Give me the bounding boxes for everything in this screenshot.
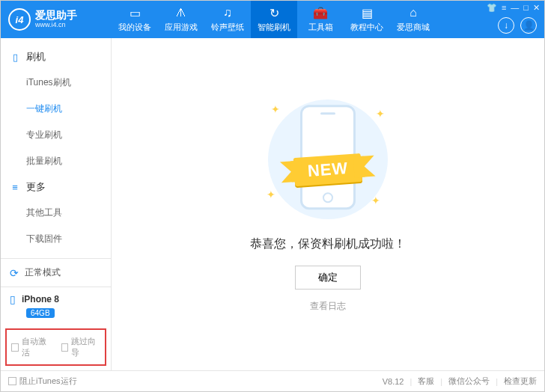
skin-icon[interactable]: 👕 (487, 3, 497, 13)
footer: 阻止iTunes运行 V8.12 | 客服 | 微信公众号 | 检查更新 (1, 370, 544, 391)
checkbox-label: 自动激活 (22, 336, 51, 358)
skip-guide-checkbox[interactable]: 跳过向导 (61, 336, 101, 358)
tab-label: 智能刷机 (258, 22, 290, 33)
music-icon: ♫ (223, 6, 232, 19)
tab-ringtones[interactable]: ♫铃声壁纸 (204, 1, 251, 38)
sparkle-icon: ✦ (376, 108, 385, 120)
support-link[interactable]: 客服 (418, 376, 434, 387)
header: i4 爱思助手 www.i4.cn ▭我的设备 ⩚应用游戏 ♫铃声壁纸 ↻智能刷… (1, 1, 544, 38)
success-illustration: ✦ ✦ ✦ ✦ NEW (253, 96, 403, 223)
tab-label: 铃声壁纸 (211, 22, 244, 33)
sidebar-item-download-fw[interactable]: 下载固件 (1, 226, 111, 252)
group-title: 更多 (26, 180, 46, 194)
sparkle-icon: ✦ (371, 195, 380, 206)
refresh-icon: ↻ (270, 6, 279, 19)
check-update-link[interactable]: 检查更新 (504, 376, 537, 387)
top-tabs: ▭我的设备 ⩚应用游戏 ♫铃声壁纸 ↻智能刷机 🧰工具箱 ▤教程中心 ⌂爱思商城 (112, 1, 436, 38)
tab-my-device[interactable]: ▭我的设备 (112, 1, 158, 38)
new-ribbon: NEW (293, 153, 363, 186)
device-mode-status[interactable]: ⟳ 正常模式 (1, 258, 111, 287)
sidebar-item-other-tools[interactable]: 其他工具 (1, 200, 111, 226)
sidebar-group-more[interactable]: ≡ 更多 (1, 174, 111, 200)
ok-button[interactable]: 确定 (295, 266, 361, 290)
tab-label: 爱思商城 (397, 22, 430, 33)
auto-activate-checkbox[interactable]: 自动激活 (11, 336, 51, 358)
sidebar-item-advanced[interactable]: 高级功能 (1, 252, 111, 258)
tab-store[interactable]: ⌂爱思商城 (390, 1, 436, 38)
phone-icon: ▯ (10, 52, 20, 63)
tab-label: 我的设备 (118, 22, 151, 33)
main-content: ✦ ✦ ✦ ✦ NEW 恭喜您，保资料刷机成功啦！ 确定 查看日志 (112, 38, 544, 370)
app-window: i4 爱思助手 www.i4.cn ▭我的设备 ⩚应用游戏 ♫铃声壁纸 ↻智能刷… (0, 0, 545, 392)
download-button[interactable]: ↓ (498, 17, 514, 34)
wechat-link[interactable]: 微信公众号 (448, 376, 490, 387)
device-info[interactable]: ▯ iPhone 8 64GB (1, 287, 111, 324)
sidebar-group-flash[interactable]: ▯ 刷机 (1, 44, 111, 70)
version-label: V8.12 (383, 377, 404, 386)
tutorial-icon: ▤ (362, 6, 373, 19)
list-icon: ≡ (10, 182, 20, 193)
block-itunes-checkbox[interactable]: 阻止iTunes运行 (8, 376, 77, 387)
device-icon: ▭ (130, 6, 141, 19)
toolbox-icon: 🧰 (313, 6, 328, 19)
tab-label: 工具箱 (308, 22, 333, 33)
tab-tutorials[interactable]: ▤教程中心 (344, 1, 390, 38)
checkbox-label: 阻止iTunes运行 (19, 376, 77, 387)
tab-label: 应用游戏 (165, 22, 198, 33)
brand-name: 爱思助手 (35, 10, 77, 21)
storage-badge: 64GB (26, 308, 55, 318)
tab-flash[interactable]: ↻智能刷机 (251, 1, 297, 38)
sidebar-item-itunes-flash[interactable]: iTunes刷机 (1, 70, 111, 96)
sidebar-item-oneclick-flash[interactable]: 一键刷机 (1, 96, 111, 122)
sidebar-item-pro-flash[interactable]: 专业刷机 (1, 122, 111, 148)
view-log-link[interactable]: 查看日志 (310, 300, 346, 313)
header-right: ↓ 👤 (498, 17, 537, 34)
logo: i4 爱思助手 www.i4.cn (1, 8, 112, 31)
success-message: 恭喜您，保资料刷机成功啦！ (250, 236, 406, 252)
menu-icon[interactable]: ≡ (502, 3, 506, 13)
flash-options-highlight: 自动激活 跳过向导 (5, 328, 106, 366)
status-label: 正常模式 (25, 266, 61, 279)
group-title: 刷机 (26, 50, 46, 64)
sparkle-icon: ✦ (267, 189, 275, 200)
sidebar-item-batch-flash[interactable]: 批量刷机 (1, 148, 111, 174)
minimize-icon[interactable]: — (511, 3, 519, 13)
maximize-icon[interactable]: □ (523, 3, 529, 13)
phone-icon: ▯ (10, 293, 16, 305)
tab-apps-games[interactable]: ⩚应用游戏 (158, 1, 204, 38)
sidebar: ▯ 刷机 iTunes刷机 一键刷机 专业刷机 批量刷机 ≡ 更多 其他工具 下… (1, 38, 112, 370)
window-controls: 👕 ≡ — □ ✕ (487, 3, 540, 13)
user-button[interactable]: 👤 (520, 17, 537, 34)
tab-toolbox[interactable]: 🧰工具箱 (297, 1, 344, 38)
spinner-icon: ⟳ (10, 267, 19, 279)
sparkle-icon: ✦ (271, 103, 280, 115)
brand-url: www.i4.cn (35, 22, 77, 29)
store-icon: ⌂ (409, 6, 417, 19)
body: ▯ 刷机 iTunes刷机 一键刷机 专业刷机 批量刷机 ≡ 更多 其他工具 下… (1, 38, 544, 370)
checkbox-label: 跳过向导 (71, 336, 100, 358)
tab-label: 教程中心 (350, 22, 383, 33)
apps-icon: ⩚ (175, 6, 187, 19)
device-name: iPhone 8 (22, 294, 59, 304)
logo-icon: i4 (8, 8, 31, 31)
close-icon[interactable]: ✕ (533, 3, 540, 13)
